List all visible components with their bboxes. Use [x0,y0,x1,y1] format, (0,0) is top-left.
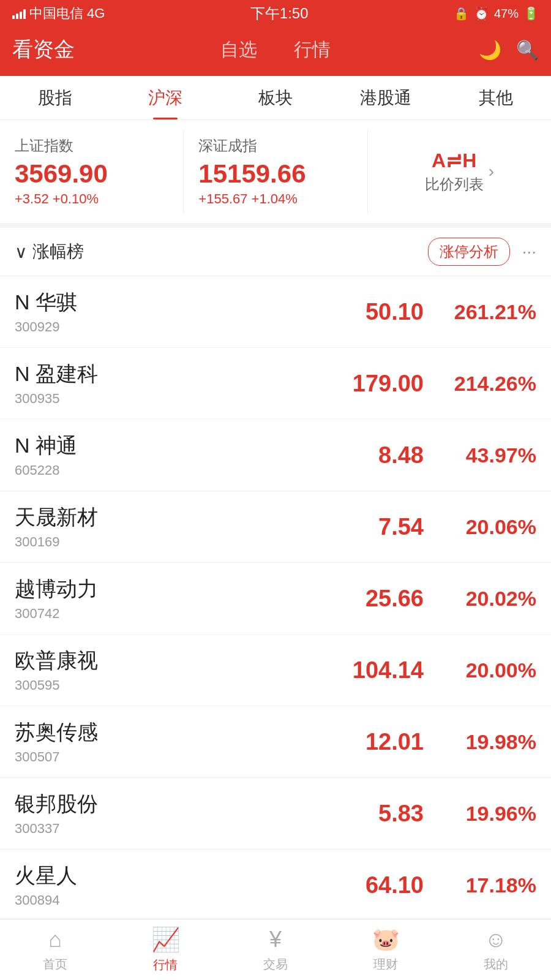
nav-watchlist[interactable]: 自选 [220,37,257,62]
trade-icon: ¥ [269,927,282,952]
chevron-down-icon: ∨ [15,242,28,262]
tab-stock-index[interactable]: 股指 [0,76,110,119]
stock-info: 银邦股份 300337 [15,790,313,837]
home-icon: ⌂ [48,927,62,952]
home-label: 首页 [43,956,67,973]
stock-price: 179.00 [313,371,424,397]
stock-price: 5.83 [313,801,424,827]
bottom-nav-finance[interactable]: 🐷 理财 [331,919,441,980]
stock-name: 苏奥传感 [15,718,313,747]
table-row[interactable]: N 华骐 300929 50.10 261.21% [0,276,551,348]
stock-info: N 华骐 300929 [15,288,313,335]
ah-text: A≓H [432,149,476,172]
section-title[interactable]: ∨ 涨幅榜 [15,240,428,263]
stock-name: N 盈建科 [15,360,313,388]
stock-name: N 华骐 [15,288,313,317]
stock-code: 300742 [15,606,313,622]
shenzhen-label: 深证成指 [198,136,352,156]
stock-info: N 盈建科 300935 [15,360,313,407]
tab-shanghai-shenzhen[interactable]: 沪深 [110,76,220,119]
more-options-button[interactable]: ··· [522,242,536,262]
nav-market[interactable]: 行情 [294,37,331,62]
stock-code: 300595 [15,677,313,693]
mine-icon: ☺ [485,927,508,952]
stock-name: 银邦股份 [15,790,313,818]
stock-price: 25.66 [313,586,424,612]
market-label: 行情 [153,957,178,973]
ah-label: 比价列表 [425,175,484,194]
stock-change: 20.06% [438,515,536,539]
stock-code: 300935 [15,391,313,407]
stock-name: 越博动力 [15,575,313,603]
status-right: 🔒 ⏰ 47% 🔋 [454,6,539,21]
stock-name: 欧普康视 [15,647,313,675]
limit-up-analysis-button[interactable]: 涨停分析 [428,238,510,266]
app-title[interactable]: 看资金 [12,36,144,64]
status-time: 下午1:50 [250,4,309,23]
table-row[interactable]: 苏奥传感 300507 12.01 19.98% [0,706,551,778]
shanghai-index-card[interactable]: 上证指数 3569.90 +3.52 +0.10% [0,130,184,213]
bottom-nav-market[interactable]: 📈 行情 [110,919,220,980]
network-label: 4G [87,6,105,21]
shenzhen-index-card[interactable]: 深证成指 15159.66 +155.67 +1.04% [184,130,367,213]
bottom-nav-mine[interactable]: ☺ 我的 [441,919,551,980]
status-left: 中国电信 4G [12,4,105,23]
tab-bar: 股指 沪深 板块 港股通 其他 [0,76,551,120]
stock-code: 605228 [15,462,313,478]
signal-icon [12,8,26,19]
index-cards: 上证指数 3569.90 +3.52 +0.10% 深证成指 15159.66 … [0,120,551,228]
battery-label: 47% [494,7,519,21]
tab-sector[interactable]: 板块 [220,76,331,119]
bottom-nav-trade[interactable]: ¥ 交易 [220,919,331,980]
search-icon[interactable]: 🔍 [516,39,539,61]
table-row[interactable]: N 盈建科 300935 179.00 214.26% [0,348,551,420]
stock-name: N 神通 [15,432,313,460]
carrier-label: 中国电信 [29,4,83,23]
shanghai-label: 上证指数 [15,136,168,156]
night-mode-icon[interactable]: 🌙 [479,39,501,61]
stock-price: 64.10 [313,872,424,899]
stock-info: 天晟新材 300169 [15,503,313,550]
stock-change: 261.21% [438,300,536,324]
top-nav-right: 🌙 🔍 [407,39,539,61]
top-nav-center: 自选 行情 [144,37,407,62]
stock-list: N 华骐 300929 50.10 261.21% N 盈建科 300935 1… [0,276,551,921]
table-row[interactable]: 越博动力 300742 25.66 20.02% [0,563,551,635]
bottom-nav-home[interactable]: ⌂ 首页 [0,919,110,980]
stock-change: 20.02% [438,587,536,611]
stock-price: 104.14 [313,657,424,684]
shenzhen-change: +155.67 +1.04% [198,191,352,207]
stock-info: 欧普康视 300595 [15,647,313,693]
top-nav: 看资金 自选 行情 🌙 🔍 [0,27,551,76]
stock-name: 天晟新材 [15,503,313,532]
tab-hk-connect[interactable]: 港股通 [331,76,441,119]
trade-label: 交易 [263,956,288,973]
stock-price: 8.48 [313,442,424,469]
table-row[interactable]: 天晟新材 300169 7.54 20.06% [0,491,551,563]
mine-label: 我的 [484,956,508,973]
stock-change: 214.26% [438,372,536,396]
stock-code: 300507 [15,749,313,765]
section-header: ∨ 涨幅榜 涨停分析 ··· [0,228,551,276]
shanghai-change: +3.52 +0.10% [15,191,168,207]
stock-change: 19.98% [438,730,536,754]
lock-icon: 🔒 [454,6,469,21]
status-bar: 中国电信 4G 下午1:50 🔒 ⏰ 47% 🔋 [0,0,551,27]
stock-price: 12.01 [313,729,424,755]
tab-others[interactable]: 其他 [441,76,551,119]
ah-comparison-card[interactable]: A≓H 比价列表 › [368,130,551,213]
table-row[interactable]: 欧普康视 300595 104.14 20.00% [0,635,551,706]
finance-label: 理财 [373,956,398,973]
finance-icon: 🐷 [372,927,400,952]
market-icon: 📈 [151,926,180,953]
stock-price: 50.10 [313,299,424,325]
battery-icon: 🔋 [523,6,539,21]
table-row[interactable]: 银邦股份 300337 5.83 19.96% [0,778,551,850]
table-row[interactable]: N 神通 605228 8.48 43.97% [0,420,551,491]
stock-change: 19.96% [438,802,536,826]
stock-code: 300929 [15,319,313,335]
stock-code: 300894 [15,892,313,908]
stock-name: 火星人 [15,862,313,890]
table-row[interactable]: 火星人 300894 64.10 17.18% [0,850,551,921]
stock-info: N 神通 605228 [15,432,313,478]
